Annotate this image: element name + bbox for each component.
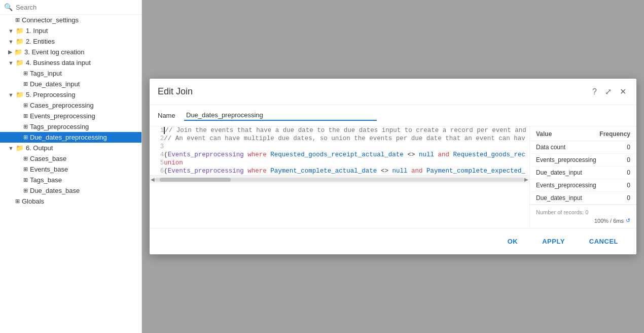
search-input[interactable] (16, 4, 137, 11)
apply-button[interactable]: APPLY (532, 234, 575, 249)
sidebar-item-due_dates_input[interactable]: ⊞Due_dates_input (0, 79, 141, 89)
ok-button[interactable]: OK (497, 234, 528, 249)
sidebar-item-6_output[interactable]: 📁6. Output (0, 143, 141, 153)
sidebar-item-4_business_data_input[interactable]: 📁4. Business data input (0, 57, 141, 68)
sidebar-item-label: Tags_base (30, 176, 62, 184)
sidebar-item-cases_base[interactable]: ⊞Cases_base (0, 153, 141, 164)
panel-header-row: Value Frequency (530, 126, 636, 141)
close-button[interactable]: ✕ (618, 85, 628, 98)
panel-row-label: Due_dates_input (536, 194, 582, 202)
sidebar-item-label: Tags_input (30, 70, 62, 77)
sidebar-item-globals[interactable]: ⊞Globals (0, 196, 141, 207)
sidebar-item-cases_preprocessing[interactable]: ⊞Cases_preprocessing (0, 100, 141, 111)
panel-row-label: Due_dates_input (536, 169, 582, 176)
dialog: Edit Join ? ⤢ ✕ Name Due_dates_preproces… (150, 79, 636, 254)
node-icon: ⊞ (23, 81, 28, 87)
line-number: 3 (150, 143, 164, 151)
sidebar-item-due_dates_preprocessing[interactable]: ⊞Due_dates_preprocessing (0, 132, 141, 143)
tree-container: ⊞Connector_settings📁1. Input📁2. Entities… (0, 15, 141, 207)
node-icon: ⊞ (15, 198, 20, 205)
search-icon: 🔍 (4, 3, 13, 11)
sidebar-item-connector_settings[interactable]: ⊞Connector_settings (0, 15, 141, 25)
panel-frequency-header: Frequency (599, 130, 630, 138)
sidebar-item-label: Due_dates_input (30, 80, 80, 88)
sidebar-item-label: Due_dates_preprocessing (30, 134, 107, 141)
sidebar-item-3_event_log_creation[interactable]: 📁3. Event log creation (0, 47, 141, 57)
dialog-header: Edit Join ? ⤢ ✕ (150, 79, 636, 105)
sidebar-item-label: 3. Event log creation (24, 48, 85, 56)
folder-icon: 📁 (14, 48, 22, 56)
help-button[interactable]: ? (590, 85, 599, 98)
sidebar-item-1_input[interactable]: 📁1. Input (0, 25, 141, 36)
panel-row-value: 0 (627, 182, 630, 189)
search-bar: 🔍 (0, 0, 141, 15)
folder-arrow (8, 49, 12, 55)
editor-line: 2// An event can have multiple due dates… (150, 135, 529, 143)
expand-button[interactable]: ⤢ (603, 85, 614, 98)
editor-area[interactable]: 1// Join the events that have a due date… (150, 126, 530, 228)
folder-icon: 📁 (16, 144, 24, 152)
scroll-right-arrow[interactable]: ▶ (524, 177, 528, 182)
node-icon: ⊞ (23, 113, 28, 119)
line-number: 4 (150, 151, 164, 159)
sidebar-item-tags_input[interactable]: ⊞Tags_input (0, 68, 141, 79)
sidebar-item-label: Due_dates_base (30, 187, 80, 194)
folder-icon: 📁 (16, 27, 24, 35)
sidebar-item-events_preprocessing[interactable]: ⊞Events_preprocessing (0, 111, 141, 121)
panel-row-label: Events_preprocessing (536, 182, 596, 189)
zoom-row: 100% / 6ms ↺ (536, 217, 630, 224)
sidebar-item-label: 2. Entities (26, 38, 55, 45)
panel-row: Data count 0 (530, 141, 636, 154)
sidebar-item-due_dates_base[interactable]: ⊞Due_dates_base (0, 185, 141, 196)
node-icon: ⊞ (23, 134, 28, 141)
folder-icon: 📁 (16, 38, 24, 45)
right-panel: Value Frequency Data count 0 Events_prep… (530, 126, 636, 228)
panel-row: Due_dates_input 0 (530, 192, 636, 205)
scrollbar-thumb[interactable] (160, 178, 231, 182)
panel-row-label: Events_preprocessing (536, 156, 596, 163)
editor-table: 1// Join the events that have a due date… (150, 126, 529, 175)
line-code: // Join the events that have a due date … (164, 126, 529, 135)
panel-row-label: Data count (536, 144, 565, 151)
sidebar-item-tags_preprocessing[interactable]: ⊞Tags_preprocessing (0, 121, 141, 132)
scroll-left-arrow[interactable]: ◀ (151, 177, 155, 182)
folder-arrow (8, 28, 14, 34)
sidebar: 🔍 ⊞Connector_settings📁1. Input📁2. Entiti… (0, 0, 142, 333)
name-row: Name Due_dates_preprocessing (150, 105, 636, 126)
folder-arrow (8, 92, 14, 98)
editor-line: 6(Events_preprocessing where Payment_com… (150, 167, 529, 175)
panel-footer: Number of records: 0 100% / 6ms ↺ (530, 205, 636, 228)
modal-overlay: Edit Join ? ⤢ ✕ Name Due_dates_preproces… (142, 0, 644, 333)
sidebar-item-2_entities[interactable]: 📁2. Entities (0, 36, 141, 47)
node-icon: ⊞ (23, 70, 28, 77)
sidebar-item-label: Cases_preprocessing (30, 102, 94, 109)
sidebar-item-events_base[interactable]: ⊞Events_base (0, 164, 141, 175)
panel-data: Data count 0 Events_preprocessing 0 Due_… (530, 141, 636, 205)
zoom-text: 100% / 6ms (594, 218, 624, 224)
cancel-button[interactable]: CANCEL (579, 234, 628, 249)
node-icon: ⊞ (23, 155, 28, 162)
sidebar-item-5_preprocessing[interactable]: 📁5. Preprocessing (0, 89, 141, 100)
node-icon: ⊞ (23, 102, 28, 109)
node-icon: ⊞ (23, 123, 28, 130)
panel-row: Due_dates_input 0 (530, 166, 636, 179)
node-icon: ⊞ (15, 17, 20, 23)
sidebar-item-tags_base[interactable]: ⊞Tags_base (0, 175, 141, 185)
sidebar-item-label: Events_preprocessing (30, 112, 95, 120)
refresh-icon[interactable]: ↺ (626, 217, 630, 224)
folder-arrow (8, 39, 14, 45)
sidebar-item-label: Events_base (30, 165, 68, 173)
name-value: Due_dates_preprocessing (184, 110, 377, 121)
folder-arrow (8, 60, 14, 66)
line-code: union (164, 159, 529, 167)
line-code: // An event can have multiple due dates,… (164, 135, 529, 143)
records-text: Number of records: 0 (536, 209, 630, 215)
folder-icon: 📁 (16, 59, 24, 66)
panel-row: Events_preprocessing 0 (530, 179, 636, 192)
line-code (164, 143, 529, 151)
node-icon: ⊞ (23, 177, 28, 183)
sidebar-item-label: Connector_settings (22, 16, 79, 24)
line-number: 5 (150, 159, 164, 167)
line-code: (Events_preprocessing where Payment_comp… (164, 167, 529, 175)
dialog-footer: OK APPLY CANCEL (150, 228, 636, 254)
